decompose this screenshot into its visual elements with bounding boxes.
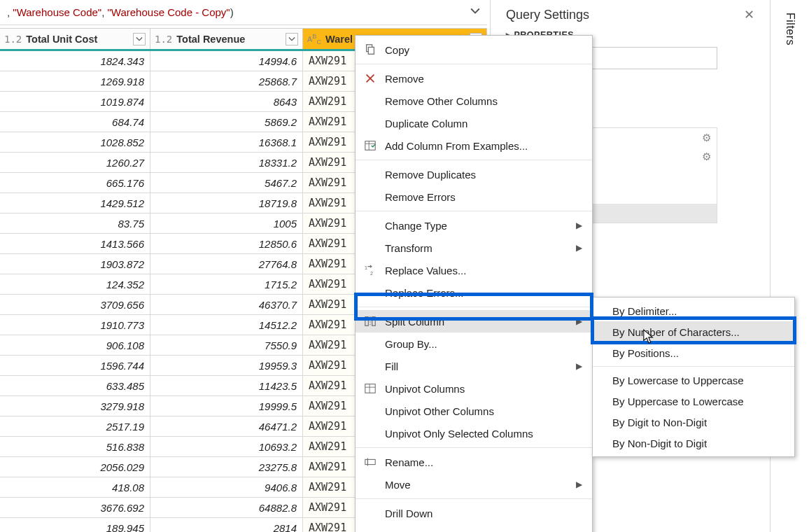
cell-total-revenue[interactable]: 16368.1 — [150, 132, 303, 152]
cell-total-revenue[interactable]: 7550.9 — [150, 335, 303, 355]
cell-total-unit-cost[interactable]: 124.352 — [0, 274, 150, 294]
formula-expand-button[interactable] — [470, 6, 480, 18]
menu-item-move[interactable]: Move▶ — [356, 473, 592, 496]
menu-item-rename[interactable]: Rename... — [356, 451, 592, 473]
column-context-menu: CopyRemoveRemove Other ColumnsDuplicate … — [355, 35, 593, 532]
menu-item-unpivot-only-selected-columns[interactable]: Unpivot Only Selected Columns — [356, 422, 592, 444]
column-header-total-unit-cost[interactable]: 1.2 Total Unit Cost — [0, 29, 150, 49]
close-icon[interactable]: ✕ — [744, 7, 754, 22]
cell-total-revenue[interactable]: 18719.8 — [150, 193, 303, 213]
menu-item-copy[interactable]: Copy — [356, 38, 592, 61]
cell-total-revenue[interactable]: 18331.2 — [150, 153, 303, 172]
cell-total-revenue[interactable]: 64882.8 — [150, 498, 303, 517]
cell-total-unit-cost[interactable]: 906.108 — [0, 335, 150, 355]
cell-total-unit-cost[interactable]: 665.176 — [0, 173, 150, 192]
menu-item-split-column[interactable]: Split Column▶ — [356, 310, 592, 332]
gear-icon[interactable]: ⚙ — [702, 132, 711, 144]
menu-item-drill-down[interactable]: Drill Down — [356, 502, 592, 524]
submenu-arrow-icon: ▶ — [576, 220, 582, 230]
cell-total-unit-cost[interactable]: 1824.343 — [0, 51, 150, 71]
submenu-item-by-number-of-characters[interactable]: By Number of Characters... — [593, 321, 794, 342]
cell-total-unit-cost[interactable]: 1269.918 — [0, 71, 150, 91]
menu-item-transform[interactable]: Transform▶ — [356, 237, 592, 259]
cell-total-revenue[interactable]: 11423.5 — [150, 376, 303, 396]
menu-item-label: Unpivot Other Columns — [385, 405, 582, 417]
cell-total-revenue[interactable]: 12850.6 — [150, 234, 303, 253]
menu-item-add-column-from-examples[interactable]: Add Column From Examples... — [356, 134, 592, 157]
menu-item-replace-values[interactable]: 12Replace Values... — [356, 259, 592, 281]
menu-item-remove-other-columns[interactable]: Remove Other Columns — [356, 90, 592, 112]
menu-item-label: Drill Down — [385, 507, 582, 519]
cell-total-revenue[interactable]: 27764.8 — [150, 254, 303, 274]
cell-total-unit-cost[interactable]: 189.945 — [0, 518, 150, 532]
copy-icon — [356, 43, 385, 56]
cell-total-unit-cost[interactable]: 3279.918 — [0, 396, 150, 416]
formula-bar[interactable]: , "Warehouse Code", "Warehouse Code - Co… — [0, 0, 487, 25]
cell-total-unit-cost[interactable]: 1413.566 — [0, 234, 150, 253]
cell-total-revenue[interactable]: 19999.5 — [150, 396, 303, 416]
menu-separator — [356, 498, 592, 499]
cell-total-revenue[interactable]: 14512.2 — [150, 315, 303, 335]
cell-total-revenue[interactable]: 25868.7 — [150, 71, 303, 91]
menu-item-remove-duplicates[interactable]: Remove Duplicates — [356, 163, 592, 186]
cell-total-unit-cost[interactable]: 516.838 — [0, 437, 150, 456]
cell-total-revenue[interactable]: 5869.2 — [150, 112, 303, 132]
split-column-submenu: By Delimiter...By Number of Characters..… — [592, 297, 795, 457]
cell-total-unit-cost[interactable]: 1429.512 — [0, 193, 150, 213]
cell-total-unit-cost[interactable]: 684.74 — [0, 112, 150, 132]
cell-total-unit-cost[interactable]: 1028.852 — [0, 132, 150, 152]
cell-total-unit-cost[interactable]: 3676.692 — [0, 498, 150, 517]
menu-item-label: Transform — [385, 242, 576, 254]
column-header-total-revenue[interactable]: 1.2 Total Revenue — [150, 29, 303, 49]
cell-total-unit-cost[interactable]: 1903.872 — [0, 254, 150, 274]
menu-item-unpivot-other-columns[interactable]: Unpivot Other Columns — [356, 400, 592, 422]
cell-total-revenue[interactable]: 1005 — [150, 214, 303, 233]
cell-total-revenue[interactable]: 19959.3 — [150, 356, 303, 375]
cell-total-revenue[interactable]: 1715.2 — [150, 274, 303, 294]
menu-item-replace-errors[interactable]: Replace Errors... — [356, 281, 592, 304]
submenu-arrow-icon: ▶ — [576, 361, 582, 371]
cell-total-unit-cost[interactable]: 2517.19 — [0, 416, 150, 436]
cell-total-unit-cost[interactable]: 3709.656 — [0, 295, 150, 314]
svg-rect-9 — [365, 317, 369, 326]
menu-item-group-by[interactable]: Group By... — [356, 332, 592, 355]
cell-total-revenue[interactable]: 23275.8 — [150, 457, 303, 477]
submenu-item-by-lowercase-to-uppercase[interactable]: By Lowercase to Uppercase — [593, 370, 794, 391]
svg-rect-15 — [365, 459, 375, 464]
submenu-item-by-positions[interactable]: By Positions... — [593, 342, 794, 363]
cell-total-revenue[interactable]: 8643 — [150, 92, 303, 111]
submenu-item-by-uppercase-to-lowercase[interactable]: By Uppercase to Lowercase — [593, 391, 794, 412]
submenu-item-by-delimiter[interactable]: By Delimiter... — [593, 300, 794, 321]
cell-total-unit-cost[interactable]: 1596.744 — [0, 356, 150, 375]
cell-total-unit-cost[interactable]: 83.75 — [0, 214, 150, 233]
menu-item-unpivot-columns[interactable]: Unpivot Columns — [356, 377, 592, 400]
submenu-item-by-non-digit-to-digit[interactable]: By Non-Digit to Digit — [593, 433, 794, 454]
submenu-item-by-digit-to-non-digit[interactable]: By Digit to Non-Digit — [593, 412, 794, 433]
cell-total-unit-cost[interactable]: 418.08 — [0, 477, 150, 497]
menu-item-change-type[interactable]: Change Type▶ — [356, 214, 592, 237]
cell-total-unit-cost[interactable]: 1260.27 — [0, 153, 150, 172]
cell-total-revenue[interactable]: 10693.2 — [150, 437, 303, 456]
menu-item-label: Unpivot Only Selected Columns — [385, 428, 582, 440]
column-filter-button[interactable] — [286, 33, 298, 46]
cell-total-revenue[interactable]: 46370.7 — [150, 295, 303, 314]
column-filter-button[interactable] — [133, 33, 146, 46]
menu-separator — [356, 64, 592, 64]
cell-total-revenue[interactable]: 14994.6 — [150, 51, 303, 71]
type-decimal-icon: 1.2 — [155, 34, 172, 45]
gear-icon[interactable]: ⚙ — [702, 150, 711, 163]
menu-item-duplicate-column[interactable]: Duplicate Column — [356, 112, 592, 134]
menu-item-fill[interactable]: Fill▶ — [356, 355, 592, 377]
cell-total-revenue[interactable]: 5467.2 — [150, 173, 303, 192]
cell-total-revenue[interactable]: 2814 — [150, 518, 303, 532]
menu-item-remove[interactable]: Remove — [356, 67, 592, 90]
menu-item-label: Copy — [385, 44, 582, 56]
menu-item-add-as-new-query[interactable]: Add as New Query — [356, 524, 592, 532]
cell-total-unit-cost[interactable]: 2056.029 — [0, 457, 150, 477]
cell-total-unit-cost[interactable]: 1910.773 — [0, 315, 150, 335]
menu-item-remove-errors[interactable]: Remove Errors — [356, 186, 592, 208]
cell-total-unit-cost[interactable]: 633.485 — [0, 376, 150, 396]
cell-total-revenue[interactable]: 9406.8 — [150, 477, 303, 497]
cell-total-unit-cost[interactable]: 1019.874 — [0, 92, 150, 111]
cell-total-revenue[interactable]: 46471.2 — [150, 416, 303, 436]
